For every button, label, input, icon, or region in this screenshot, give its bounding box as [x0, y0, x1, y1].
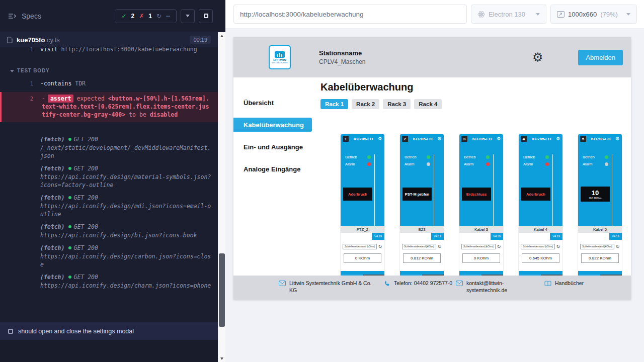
status-text: 10	[592, 189, 599, 197]
contains-command-row[interactable]: 1-contains TDR	[0, 78, 218, 89]
address-bar[interactable]: http://localhost:3000/kabelueberwachung	[233, 5, 467, 24]
tab-rack-2[interactable]: Rack 2	[352, 99, 379, 109]
url-text: http://localhost:3000/kabelueberwachung	[240, 11, 363, 18]
runner-header: Specs ✓ 2 ✗ 1 ↻ --	[0, 0, 218, 32]
measurement-section: Schleifenwiderstand [kOhm] ↻ 0 KOhm	[459, 240, 503, 271]
betrieb-label: Betrieb	[523, 155, 535, 159]
sidebar-item-kabelueberwachung[interactable]: Kabelüberwachung	[233, 118, 312, 132]
refresh-icon[interactable]: ↻	[616, 244, 620, 249]
resistance-value: 0.645 KOhm	[522, 253, 559, 263]
fetch-status: GET 200	[73, 244, 98, 251]
failed-icon: ✗	[139, 13, 144, 20]
alarm-led	[605, 162, 608, 166]
collapse-runs-button[interactable]	[181, 9, 195, 23]
betrieb-label: Betrieb	[583, 155, 595, 159]
betrieb-led	[545, 155, 549, 159]
device-model: KÜ706-FO	[588, 137, 614, 141]
failed-assert-row[interactable]: 2-assertexpected <button.w-[50%].h-[1.56…	[0, 92, 218, 122]
specs-menu-icon[interactable]	[8, 13, 17, 19]
device-card-header: 3 KÜ705-FO ⚙	[459, 134, 503, 143]
littwin-logo: LITTWIN SYSTEMTECHNIK	[269, 45, 291, 69]
firmware-version: V4.19	[550, 235, 562, 238]
display-box	[341, 233, 372, 240]
scrollbar-thumb[interactable]	[219, 253, 225, 327]
page-title: Kabelüberwachung	[320, 81, 631, 93]
footer-email[interactable]: kontakt@littwin-systemtechnik.de	[456, 280, 544, 294]
arrow-up-icon	[220, 35, 223, 37]
tab-rack-1[interactable]: Rack 1	[320, 99, 348, 109]
logo-building-icon	[275, 51, 285, 58]
alarm-label: Alarm	[583, 162, 593, 166]
betrieb-led	[427, 155, 430, 159]
refresh-icon[interactable]: ↻	[556, 244, 560, 249]
measurement-section: Schleifenwiderstand [kOhm] ↻ 0.812 KOhm	[400, 240, 444, 271]
device-number: 2	[402, 136, 408, 142]
app-header: LITTWIN SYSTEMTECHNIK Stationsname CPLV4…	[233, 37, 631, 77]
scroll-up-button[interactable]	[218, 32, 225, 39]
status-display: Erdschluss	[462, 188, 491, 201]
device-settings-icon[interactable]: ⚙	[497, 136, 501, 141]
logout-button[interactable]: Abmelden	[578, 50, 623, 65]
pending-test-row[interactable]: should open and close the settings modal	[0, 322, 218, 340]
app-sidebar: Übersicht Kabelüberwachung Ein- und Ausg…	[233, 77, 312, 300]
cypress-runner-panel: Specs ✓ 2 ✗ 1 ↻ -- kue705fo.cy.ts 00:19	[0, 0, 225, 362]
footer-manuals[interactable]: Handbücher	[544, 280, 584, 287]
tab-rack-4[interactable]: Rack 4	[414, 99, 442, 109]
device-card-header: 5 KÜ706-FO ⚙	[578, 134, 622, 143]
test-body-section[interactable]: TEST BODY	[10, 67, 218, 75]
scroll-down-button[interactable]	[218, 355, 225, 362]
viewport-selector[interactable]: 1000x660 (79%)	[550, 5, 637, 24]
alarm-led	[367, 162, 371, 166]
firmware-version: V4.19	[609, 235, 622, 238]
resistance-label: Schleifenwiderstand [kOhm]	[402, 244, 436, 249]
spec-header[interactable]: kue705fo.cy.ts 00:19	[0, 32, 218, 47]
cable-name: FTZ_2	[341, 226, 384, 233]
browser-toolbar: http://localhost:3000/kabelueberwachung …	[225, 0, 644, 29]
test-box-icon	[8, 329, 13, 334]
betrieb-led	[367, 155, 371, 159]
alarm-led	[486, 162, 490, 166]
device-settings-icon[interactable]: ⚙	[556, 136, 560, 141]
footer-phone[interactable]: Telefon: 04402 972577-0	[384, 280, 456, 287]
viewport-size: 1000x660	[568, 11, 597, 18]
device-settings-icon[interactable]: ⚙	[378, 136, 382, 141]
fetch-status: GET 200	[73, 165, 98, 172]
specs-label[interactable]: Specs	[22, 12, 41, 20]
station-label: Stationsname	[319, 49, 366, 57]
visit-command-row[interactable]: 1visit http://localhost:3000/kabelueberw…	[0, 47, 218, 55]
status-display: Aderbruch	[521, 188, 550, 201]
sidebar-item-ein-und-ausgaenge[interactable]: Ein- und Ausgänge	[233, 140, 312, 154]
device-cards: 1 KÜ705-FO ⚙ Betrieb Alarm A	[341, 134, 631, 294]
refresh-icon[interactable]: ↻	[378, 244, 382, 249]
version-row: V4.19	[519, 233, 562, 240]
refresh-icon[interactable]: ↻	[497, 244, 501, 249]
sidebar-item-uebersicht[interactable]: Übersicht	[233, 96, 312, 110]
pending-test-title: should open and close the settings modal	[18, 328, 134, 335]
display-box	[519, 233, 550, 240]
spec-file-icon	[7, 37, 13, 43]
device-number: 4	[521, 136, 527, 142]
settings-gear-icon[interactable]: ⚙	[532, 51, 543, 63]
sidebar-item-analoge-eingaenge[interactable]: Analoge Eingänge	[233, 162, 312, 176]
device-settings-icon[interactable]: ⚙	[437, 136, 442, 141]
version-row: V4.19	[400, 233, 444, 240]
status-dot-icon	[68, 138, 71, 141]
logo-subtext: SYSTEMTECHNIK	[272, 62, 288, 64]
alarm-label: Alarm	[345, 162, 355, 166]
device-settings-icon[interactable]: ⚙	[615, 136, 620, 141]
browser-selector[interactable]: Electron 130	[471, 5, 546, 24]
stop-run-button[interactable]	[199, 9, 213, 23]
resistance-label: Schleifenwiderstand [kOhm]	[580, 244, 614, 249]
mail-icon	[279, 281, 286, 286]
browser-name: Electron 130	[489, 11, 525, 18]
alarm-label: Alarm	[405, 162, 415, 166]
electron-icon	[477, 11, 485, 18]
refresh-icon[interactable]: ↻	[438, 244, 442, 249]
app-body: Übersicht Kabelüberwachung Ein- und Ausg…	[233, 77, 631, 300]
command-log: 1visit http://localhost:3000/kabelueberw…	[0, 47, 218, 322]
tab-rack-3[interactable]: Rack 3	[383, 99, 411, 109]
fetch-label: (fetch)	[40, 165, 64, 172]
visit-command: visit	[40, 47, 58, 53]
scrollbar-track[interactable]	[218, 32, 225, 362]
fetch-url: https://api.iconify.design/charm.json?ic…	[40, 282, 212, 290]
